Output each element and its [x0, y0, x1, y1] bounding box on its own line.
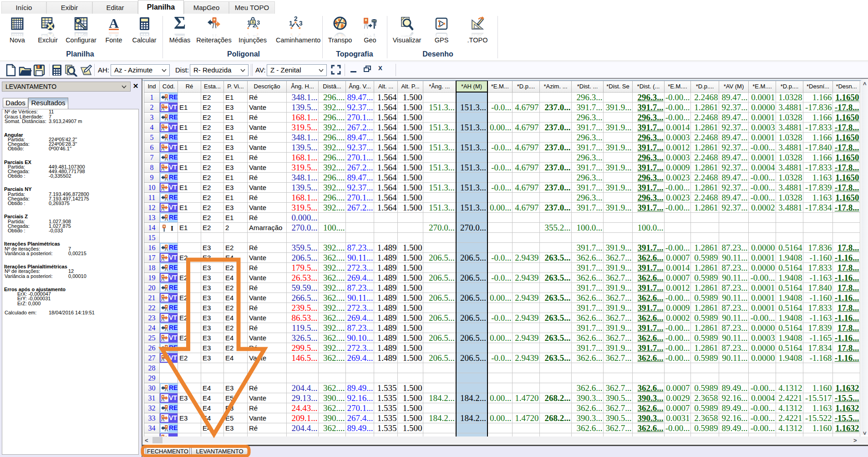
- svg-text:A: A: [109, 16, 119, 31]
- svg-text:I: I: [171, 225, 173, 232]
- svg-text:1: 1: [289, 20, 293, 27]
- svg-text:3: 3: [257, 19, 260, 26]
- svg-text:Σ: Σ: [174, 16, 186, 31]
- svg-text:3: 3: [299, 20, 303, 27]
